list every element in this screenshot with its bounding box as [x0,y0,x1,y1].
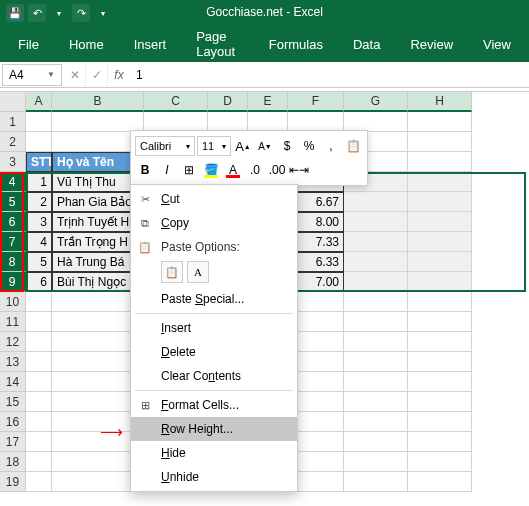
col-header-F[interactable]: F [288,92,344,112]
bold-button[interactable]: B [135,160,155,180]
row-header-8[interactable]: 8 [0,252,26,272]
col-header-H[interactable]: H [408,92,472,112]
italic-button[interactable]: I [157,160,177,180]
col-header-G[interactable]: G [344,92,408,112]
row-header-17[interactable]: 17 [0,432,26,452]
cell[interactable] [344,472,408,492]
menu-format-cells[interactable]: ⊞ Format Cells... [131,393,297,417]
tab-data[interactable]: Data [339,29,394,60]
tab-view[interactable]: View [469,29,525,60]
menu-unhide[interactable]: Unhide [131,465,297,489]
cell[interactable] [26,452,52,472]
cell[interactable] [26,472,52,492]
chevron-down-icon[interactable]: ▼ [47,70,55,79]
paste-option-all[interactable]: 📋 [161,261,183,283]
cell[interactable]: 4 [26,232,52,252]
format-painter-icon[interactable]: 📋 [343,136,363,156]
cell[interactable] [408,452,472,472]
cell[interactable]: STT [26,152,52,172]
row-header-2[interactable]: 2 [0,132,26,152]
cell[interactable] [344,412,408,432]
cell[interactable] [408,392,472,412]
cell[interactable] [344,252,408,272]
cell[interactable] [344,232,408,252]
menu-cut[interactable]: ✂ CuCutt [131,187,297,211]
cell[interactable] [144,112,208,132]
row-header-1[interactable]: 1 [0,112,26,132]
cell[interactable] [408,212,472,232]
cell[interactable] [408,352,472,372]
cell[interactable] [344,312,408,332]
cell[interactable] [408,272,472,292]
row-header-15[interactable]: 15 [0,392,26,412]
percent-format-icon[interactable]: % [299,136,319,156]
row-header-9[interactable]: 9 [0,272,26,292]
font-select[interactable]: Calibri ▾ [135,136,195,156]
grow-font-icon[interactable]: A▲ [233,136,253,156]
cell[interactable] [344,212,408,232]
font-color-icon[interactable]: A [223,160,243,180]
cell[interactable] [408,412,472,432]
fx-icon[interactable]: fx [108,68,130,82]
cell[interactable] [52,112,144,132]
tab-page-layout[interactable]: Page Layout [182,21,253,67]
cell[interactable] [344,352,408,372]
menu-copy[interactable]: ⧉ Copy [131,211,297,235]
cell[interactable] [26,392,52,412]
cell[interactable] [344,292,408,312]
cell[interactable] [408,432,472,452]
cell[interactable] [26,132,52,152]
cell[interactable] [288,112,344,132]
undo-dropdown-icon[interactable]: ▾ [50,4,68,22]
cell[interactable] [344,392,408,412]
select-all-corner[interactable] [0,92,26,112]
cell[interactable] [26,312,52,332]
cell[interactable] [344,432,408,452]
cell[interactable]: 2 [26,192,52,212]
increase-decimal-icon[interactable]: .00 [267,160,287,180]
tab-home[interactable]: Home [55,29,118,60]
cell[interactable] [248,112,288,132]
menu-hide[interactable]: Hide [131,441,297,465]
row-header-5[interactable]: 5 [0,192,26,212]
cell[interactable] [26,352,52,372]
tab-formulas[interactable]: Formulas [255,29,337,60]
row-header-19[interactable]: 19 [0,472,26,492]
merge-center-icon[interactable]: ⇤⇥ [289,160,309,180]
row-header-14[interactable]: 14 [0,372,26,392]
cell[interactable] [344,192,408,212]
cell[interactable] [408,332,472,352]
cell[interactable] [408,292,472,312]
cell[interactable] [408,232,472,252]
row-header-11[interactable]: 11 [0,312,26,332]
tab-file[interactable]: File [4,29,53,60]
menu-insert[interactable]: Insert [131,316,297,340]
col-header-E[interactable]: E [248,92,288,112]
tab-insert[interactable]: Insert [120,29,181,60]
cell[interactable] [208,112,248,132]
menu-paste-special[interactable]: Paste Special... [131,287,297,311]
cell[interactable]: 3 [26,212,52,232]
name-box[interactable]: A4 ▼ [2,64,62,86]
cell[interactable]: 5 [26,252,52,272]
save-icon[interactable]: 💾 [6,4,24,22]
border-icon[interactable]: ⊞ [179,160,199,180]
cell[interactable] [344,272,408,292]
cell[interactable] [26,412,52,432]
comma-format-icon[interactable]: , [321,136,341,156]
font-size-select[interactable]: 11 ▾ [197,136,231,156]
cell[interactable] [408,112,472,132]
col-header-A[interactable]: A [26,92,52,112]
col-header-C[interactable]: C [144,92,208,112]
cell[interactable] [26,432,52,452]
undo-icon[interactable]: ↶ [28,4,46,22]
shrink-font-icon[interactable]: A▼ [255,136,275,156]
qat-customize-icon[interactable]: ▾ [94,4,112,22]
cell[interactable] [26,292,52,312]
row-header-16[interactable]: 16 [0,412,26,432]
col-header-D[interactable]: D [208,92,248,112]
accounting-format-icon[interactable]: $ [277,136,297,156]
cell[interactable] [408,152,472,172]
cell[interactable] [344,332,408,352]
cell[interactable] [344,452,408,472]
